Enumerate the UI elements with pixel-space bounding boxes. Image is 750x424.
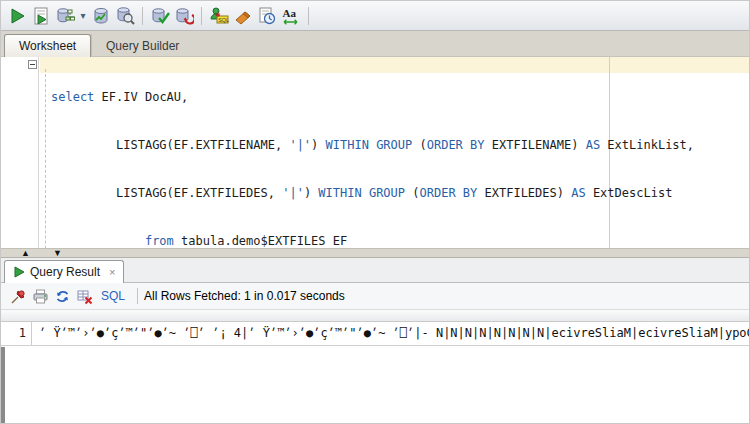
clear-button[interactable] — [231, 4, 255, 28]
sql-tuning-advisor-icon — [115, 6, 135, 26]
printer-icon — [32, 288, 49, 305]
commit-button[interactable] — [148, 4, 172, 28]
run-statement-icon — [7, 6, 27, 26]
query-result-play-icon — [13, 266, 25, 278]
tab-worksheet-label: Worksheet — [19, 39, 76, 53]
toolbar-separator — [142, 7, 143, 25]
grid-column-header[interactable] — [1, 310, 750, 322]
grid-row[interactable]: 1 ׳ Ÿ׳●׳‹׳™׳ç׳ ~׳●׳"׳™׳⎕׳|4 ¡׳ ׳ Ÿ׳●׳‹׳™… — [1, 322, 750, 346]
result-toolbar: SQL All Rows Fetched: 1 in 0.017 seconds — [1, 283, 750, 310]
grid-left-edge — [1, 347, 5, 424]
change-case-icon: Aa — [281, 6, 301, 26]
code-line[interactable]: LISTAGG(EF.EXTFILENAME, '|') WITHIN GROU… — [51, 137, 694, 153]
sql-history-button[interactable] — [255, 4, 279, 28]
splitter-collapse-down[interactable]: ▼ — [53, 248, 62, 258]
toolbar-separator — [308, 7, 309, 25]
code-line[interactable]: from tabula.demo$EXTFILES EF — [51, 233, 694, 248]
change-case-button[interactable]: Aa — [279, 4, 303, 28]
commit-icon — [150, 6, 170, 26]
monitor-sql-icon: SQL✱ — [209, 6, 229, 26]
rollback-button[interactable] — [172, 4, 196, 28]
tab-query-builder-label: Query Builder — [106, 39, 179, 53]
splitter-collapse-up[interactable]: ▲ — [21, 248, 30, 258]
history-clock-icon — [257, 6, 277, 26]
pin-result-button[interactable] — [7, 285, 29, 307]
tab-query-result[interactable]: Query Result × — [4, 260, 124, 283]
fold-extent-guide — [45, 69, 46, 248]
delete-result-button[interactable] — [73, 285, 95, 307]
refresh-result-button[interactable] — [51, 285, 73, 307]
sql-tuning-advisor-button[interactable] — [113, 4, 137, 28]
code-line[interactable]: select EF.IV DocAU, — [51, 89, 694, 105]
row-value-cell[interactable]: ׳ Ÿ׳●׳‹׳™׳ç׳ ~׳●׳"׳™׳⎕׳|4 ¡׳ ׳ Ÿ׳●׳‹׳™׳ç… — [32, 322, 750, 345]
tab-query-builder[interactable]: Query Builder — [91, 34, 193, 57]
explain-plan-icon — [55, 6, 75, 26]
code-fold-toggle[interactable] — [28, 60, 37, 69]
fetch-status-text: All Rows Fetched: 1 in 0.017 seconds — [144, 289, 345, 303]
sql-editor[interactable]: select EF.IV DocAU, LISTAGG(EF.EXTFILENA… — [1, 57, 750, 248]
toolbar-separator — [201, 7, 202, 25]
tab-worksheet[interactable]: Worksheet — [4, 34, 91, 57]
refresh-icon — [54, 288, 71, 305]
delete-grid-icon — [76, 288, 93, 305]
code-area: select EF.IV DocAU, LISTAGG(EF.EXTFILENA… — [51, 57, 694, 248]
row-number[interactable]: 1 — [1, 322, 32, 345]
result-grid: 1 ׳ Ÿ׳●׳‹׳™׳ç׳ ~׳●׳"׳™׳⎕׳|4 ¡׳ ׳ Ÿ׳●׳‹׳™… — [1, 310, 750, 424]
editor-gutter — [1, 57, 39, 248]
sql-worksheet-window: ▾ SQL✱ Aa Worksheet — [0, 0, 750, 424]
toolbar-separator — [137, 288, 138, 304]
autotrace-icon — [91, 6, 111, 26]
run-script-button[interactable] — [29, 4, 53, 28]
print-result-button[interactable] — [29, 285, 51, 307]
panel-splitter[interactable]: ▲ ▼ — [1, 248, 750, 258]
close-tab-icon[interactable]: × — [109, 266, 115, 278]
monitor-sql-button[interactable]: SQL✱ — [207, 4, 231, 28]
run-script-icon — [31, 6, 51, 26]
run-statement-button[interactable] — [5, 4, 29, 28]
pushpin-icon — [10, 288, 27, 305]
editor-tabstrip: Worksheet Query Builder — [1, 31, 750, 57]
tab-query-result-label: Query Result — [30, 265, 100, 279]
autotrace-button[interactable] — [89, 4, 113, 28]
rollback-icon — [174, 6, 194, 26]
svg-text:✱: ✱ — [216, 12, 221, 18]
show-sql-link[interactable]: SQL — [101, 289, 125, 303]
eraser-icon — [233, 6, 253, 26]
explain-plan-dropdown-arrow[interactable]: ▾ — [77, 10, 89, 21]
explain-plan-button[interactable] — [53, 4, 77, 28]
code-line[interactable]: LISTAGG(EF.EXTFILEDES, '|') WITHIN GROUP… — [51, 185, 694, 201]
result-tabstrip: Query Result × — [1, 258, 750, 283]
worksheet-toolbar: ▾ SQL✱ Aa — [1, 1, 750, 31]
svg-text:Aa: Aa — [283, 7, 297, 19]
